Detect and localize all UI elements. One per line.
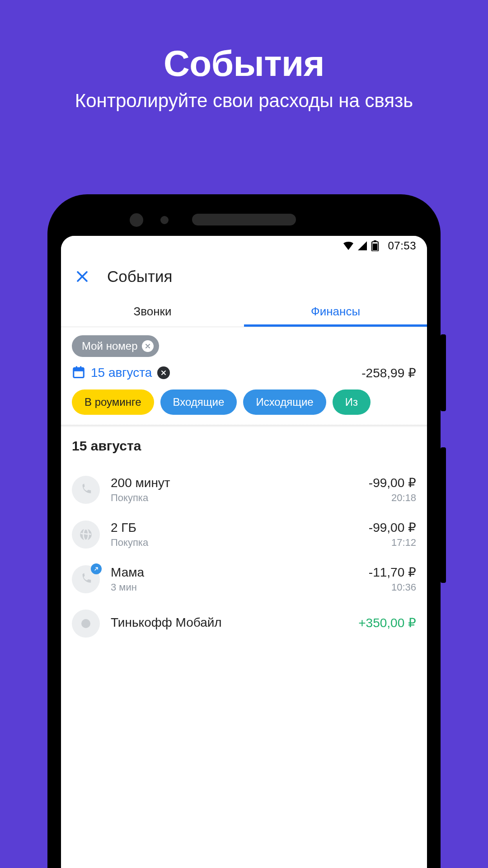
status-time: 07:53 [388,239,416,252]
device-sensor-icon [160,216,169,224]
filter-total: -258,99 ₽ [361,366,416,380]
item-sub: Покупка [111,537,358,549]
item-sub: Покупка [111,492,358,504]
item-amount: -99,00 ₽ [369,475,416,490]
item-time: 10:36 [369,582,416,593]
battery-icon [371,240,379,251]
svg-rect-4 [74,368,84,371]
filter-pill-extra[interactable]: Из [333,389,371,415]
svg-rect-6 [80,366,81,369]
item-amount: -11,70 ₽ [369,565,416,580]
item-title: 200 минут [111,476,358,490]
globe-icon [72,521,100,549]
app-screen: 07:53 События Звонки Финансы Мой номер [61,236,427,868]
list-item[interactable]: 200 минут Покупка -99,00 ₽ 20:18 [72,467,416,512]
calendar-icon[interactable] [72,365,85,380]
item-amount: -99,00 ₽ [369,520,416,535]
item-time: 17:12 [369,537,416,549]
close-icon[interactable] [75,270,94,283]
device-speaker-icon [192,214,296,225]
item-time: 20:18 [369,492,416,504]
status-bar: 07:53 [61,236,427,256]
device-frame: 07:53 События Звонки Финансы Мой номер [47,194,441,868]
filters-panel: Мой номер 15 августа -258,99 [61,327,427,425]
svg-rect-5 [76,366,77,369]
section-date: 15 августа [72,438,416,454]
device-side-button [441,334,446,411]
clear-date-icon[interactable] [157,366,170,379]
page-title: События [107,267,172,286]
date-filter-row: 15 августа -258,99 ₽ [72,365,416,380]
filter-chip-number[interactable]: Мой номер [72,335,159,357]
device-camera-icon [130,213,143,227]
tabs: Звонки Финансы [61,298,427,327]
clear-chip-icon[interactable] [142,340,154,352]
promo-title: События [164,43,324,84]
item-title: 2 ГБ [111,521,358,535]
filter-pill-row[interactable]: В роуминге Входящие Исходящие Из [72,389,427,415]
svg-point-9 [81,619,90,628]
promo-subtitle: Контролируйте свои расходы на связь [75,90,413,112]
list-item[interactable]: Тинькофф Мобайл +350,00 ₽ [72,601,416,646]
tab-calls[interactable]: Звонки [61,298,244,327]
wifi-icon [343,241,353,250]
item-sub: 3 мин [111,582,358,593]
list-item[interactable]: 2 ГБ Покупка -99,00 ₽ 17:12 [72,512,416,557]
circle-icon [72,610,100,638]
item-amount: +350,00 ₽ [358,615,416,630]
item-title: Мама [111,565,358,580]
events-list[interactable]: 15 августа 200 минут Покупка -99,00 ₽ 20… [61,425,427,868]
item-title: Тинькофф Мобайл [111,615,347,630]
phone-icon [72,476,100,504]
svg-rect-2 [373,244,377,250]
filter-pill-outgoing[interactable]: Исходящие [243,389,326,415]
date-filter-label[interactable]: 15 августа [91,366,152,380]
list-item[interactable]: Мама 3 мин -11,70 ₽ 10:36 [72,557,416,601]
outgoing-badge-icon [91,563,102,574]
filter-pill-incoming[interactable]: Входящие [160,389,237,415]
signal-icon [358,241,367,250]
tab-finances[interactable]: Финансы [244,298,427,327]
app-header: События [61,256,427,298]
device-side-button [441,447,446,583]
phone-icon [72,565,100,593]
filter-pill-roaming[interactable]: В роуминге [72,389,154,415]
promo-stage: События Контролируйте свои расходы на св… [0,0,488,868]
filter-chip-label: Мой номер [82,340,137,352]
